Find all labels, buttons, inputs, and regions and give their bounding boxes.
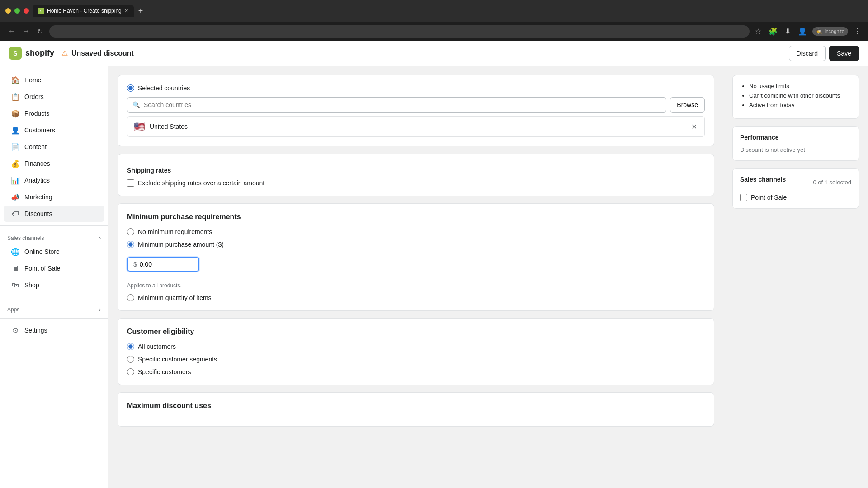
warning-icon: ⚠ bbox=[61, 49, 68, 57]
browse-button[interactable]: Browse bbox=[670, 97, 705, 113]
no-min-row: No minimum requirements bbox=[127, 228, 705, 235]
refresh-button[interactable]: ↻ bbox=[34, 25, 46, 38]
sales-channels-card: Sales channels 0 of 1 selected Point of … bbox=[732, 168, 859, 209]
address-bar-row: ← → ↻ admin.shopify.com/store/de8143-a6/… bbox=[0, 22, 868, 41]
sidebar-item-products[interactable]: 📦 Products bbox=[4, 105, 104, 122]
apps-section[interactable]: Apps › bbox=[0, 301, 108, 314]
finances-icon: 💰 bbox=[11, 159, 20, 168]
sidebar: 🏠 Home 📋 Orders 📦 Products 👤 Customers 📄… bbox=[0, 66, 108, 488]
min-qty-radio[interactable] bbox=[127, 294, 134, 301]
performance-card: Performance Discount is not active yet bbox=[732, 126, 859, 161]
remove-country-button[interactable]: ✕ bbox=[690, 122, 698, 132]
min-amount-radio[interactable] bbox=[127, 241, 134, 248]
no-min-label: No minimum requirements bbox=[138, 228, 212, 235]
chevron-right-icon: › bbox=[99, 235, 101, 241]
max-discount-uses-title: Maximum discount uses bbox=[127, 402, 705, 410]
address-input[interactable]: admin.shopify.com/store/de8143-a6/discou… bbox=[49, 25, 750, 38]
bookmark-icon[interactable]: ☆ bbox=[753, 25, 763, 38]
sidebar-item-discounts[interactable]: 🏷 Discounts bbox=[4, 206, 104, 222]
channel-item-pos: Point of Sale bbox=[740, 194, 851, 201]
sidebar-item-settings[interactable]: ⚙ Settings bbox=[4, 322, 104, 338]
browser-actions: ☆ 🧩 ⬇ 👤 🕵 Incognito ⋮ bbox=[753, 25, 863, 38]
app-header: S shopify ⚠ Unsaved discount Discard Sav… bbox=[0, 41, 868, 66]
all-customers-row: All customers bbox=[127, 343, 705, 350]
minimum-purchase-body: Minimum purchase requirements No minimum… bbox=[118, 204, 714, 310]
sidebar-item-discounts-label: Discounts bbox=[24, 210, 52, 217]
all-customers-radio[interactable] bbox=[127, 343, 134, 350]
specific-segments-radio[interactable] bbox=[127, 356, 134, 363]
sidebar-item-settings-label: Settings bbox=[24, 327, 47, 334]
minimum-purchase-title: Minimum purchase requirements bbox=[127, 213, 705, 221]
amount-input-wrapper: $ bbox=[127, 257, 199, 272]
specific-customers-row: Specific customers bbox=[127, 368, 705, 375]
minimize-button[interactable] bbox=[5, 8, 11, 14]
browser-tabs: S Home Haven - Create shipping ✕ + bbox=[33, 5, 863, 17]
specific-customers-radio[interactable] bbox=[127, 368, 134, 375]
search-row: 🔍 Browse bbox=[127, 97, 705, 113]
profile-icon[interactable]: 👤 bbox=[796, 25, 809, 38]
back-button[interactable]: ← bbox=[5, 25, 18, 38]
max-discount-uses-card: Maximum discount uses bbox=[118, 392, 714, 427]
sidebar-item-online-store[interactable]: 🌐 Online Store bbox=[4, 244, 104, 260]
content-icon: 📄 bbox=[11, 142, 20, 151]
specific-customers-label: Specific customers bbox=[138, 368, 191, 375]
exclude-rates-label: Exclude shipping rates over a certain am… bbox=[138, 179, 264, 187]
sidebar-item-customers[interactable]: 👤 Customers bbox=[4, 122, 104, 138]
country-tag: 🇺🇸 United States ✕ bbox=[127, 116, 705, 137]
specific-segments-row: Specific customer segments bbox=[127, 356, 705, 363]
sidebar-item-marketing[interactable]: 📣 Marketing bbox=[4, 189, 104, 205]
active-tab[interactable]: S Home Haven - Create shipping ✕ bbox=[33, 5, 134, 17]
save-button[interactable]: Save bbox=[829, 46, 859, 61]
customer-eligibility-body: Customer eligibility All customers Speci… bbox=[118, 319, 714, 385]
customer-eligibility-radio-group: All customers Specific customer segments… bbox=[127, 343, 705, 375]
settings-icon: ⚙ bbox=[11, 326, 20, 335]
summary-card: No usage limits Can't combine with other… bbox=[732, 75, 859, 119]
orders-icon: 📋 bbox=[11, 92, 20, 101]
sidebar-item-analytics[interactable]: 📊 Analytics bbox=[4, 172, 104, 188]
online-store-icon: 🌐 bbox=[11, 247, 20, 256]
tab-close-icon[interactable]: ✕ bbox=[124, 8, 128, 14]
sidebar-item-online-store-label: Online Store bbox=[24, 248, 60, 255]
sidebar-item-home-label: Home bbox=[24, 76, 41, 84]
menu-icon[interactable]: ⋮ bbox=[852, 25, 863, 38]
close-button[interactable] bbox=[24, 8, 29, 14]
maximize-button[interactable] bbox=[14, 8, 20, 14]
currency-symbol: $ bbox=[133, 261, 137, 268]
shipping-rates-body: Shipping rates Exclude shipping rates ov… bbox=[118, 154, 714, 196]
no-min-radio[interactable] bbox=[127, 228, 134, 235]
selected-countries-radio[interactable] bbox=[127, 84, 134, 92]
sales-channels-section[interactable]: Sales channels › bbox=[0, 230, 108, 243]
exclude-rates-checkbox[interactable] bbox=[127, 179, 134, 187]
sidebar-item-content[interactable]: 📄 Content bbox=[4, 139, 104, 155]
performance-title: Performance bbox=[740, 134, 851, 141]
sales-channels-title: Sales channels bbox=[740, 176, 786, 183]
sidebar-item-shop[interactable]: 🛍 Shop bbox=[4, 277, 104, 293]
app: S shopify ⚠ Unsaved discount Discard Sav… bbox=[0, 41, 868, 488]
discard-button[interactable]: Discard bbox=[789, 46, 826, 61]
exclude-rates-row: Exclude shipping rates over a certain am… bbox=[127, 179, 705, 187]
sidebar-item-pos-label: Point of Sale bbox=[24, 265, 60, 272]
search-icon: 🔍 bbox=[132, 101, 140, 108]
extensions-icon[interactable]: 🧩 bbox=[767, 25, 779, 38]
sidebar-item-point-of-sale[interactable]: 🖥 Point of Sale bbox=[4, 260, 104, 277]
sidebar-item-finances[interactable]: 💰 Finances bbox=[4, 155, 104, 172]
sidebar-item-orders[interactable]: 📋 Orders bbox=[4, 89, 104, 105]
search-countries-input[interactable] bbox=[127, 97, 666, 113]
forward-button[interactable]: → bbox=[20, 25, 33, 38]
download-icon[interactable]: ⬇ bbox=[783, 25, 793, 38]
sidebar-divider-2 bbox=[0, 297, 108, 297]
min-amount-row: Minimum purchase amount ($) bbox=[127, 241, 705, 248]
sidebar-item-marketing-label: Marketing bbox=[24, 193, 52, 201]
home-icon: 🏠 bbox=[11, 75, 20, 84]
sidebar-item-home[interactable]: 🏠 Home bbox=[4, 72, 104, 88]
summary-item-2: Active from today bbox=[749, 102, 851, 108]
customer-eligibility-card: Customer eligibility All customers Speci… bbox=[118, 318, 714, 385]
amount-helper-text: Applies to all products. bbox=[127, 282, 705, 289]
sales-channel-count: 0 of 1 selected bbox=[813, 179, 851, 186]
content-area: Selected countries 🔍 Browse 🇺🇸 United St bbox=[108, 66, 868, 488]
header-actions: Discard Save bbox=[789, 46, 859, 61]
pos-channel-checkbox[interactable] bbox=[740, 194, 747, 201]
amount-input[interactable] bbox=[140, 261, 185, 268]
countries-card: Selected countries 🔍 Browse 🇺🇸 United St bbox=[118, 75, 714, 146]
new-tab-button[interactable]: + bbox=[136, 5, 146, 17]
